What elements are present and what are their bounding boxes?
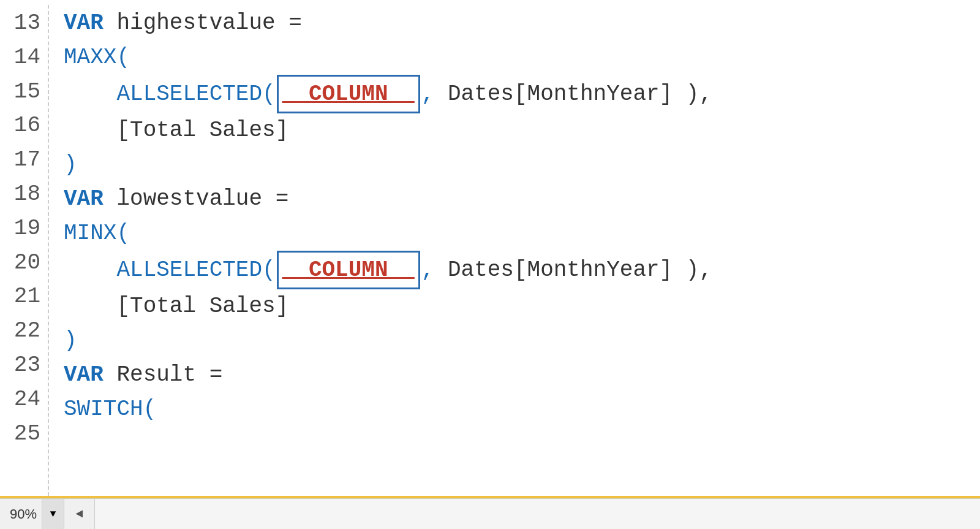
code-line-19: VAR lowestvalue = [64,182,980,216]
var-keyword-19: VAR [64,182,116,216]
code-line-24: VAR Result = [64,358,980,392]
line-num-13: 13 [0,6,40,40]
total-sales-22: [Total Sales] [116,289,288,324]
code-content: VAR highestvalue = MAXX( ALLSELECTED( __… [49,5,980,496]
code-line-14: VAR highestvalue = [64,6,980,40]
scroll-left-button[interactable]: ◄ [64,499,95,529]
code-line-23: ) [64,324,980,358]
minx-fn: MINX( [64,216,130,251]
line-num-14: 14 [0,40,40,75]
left-arrow-icon: ◄ [76,507,83,521]
dates-16: Dates[MonthnYear] ), [434,77,712,112]
var-name-24: Result = [116,358,222,392]
indent-21 [64,253,116,287]
indent-22 [64,289,116,324]
code-line-16: ALLSELECTED( __COLUMN__ , Dates[MonthnYe… [64,75,980,114]
zoom-label: 90% [0,506,42,522]
chevron-down-icon: ▼ [50,509,56,520]
line-num-18: 18 [0,177,40,211]
code-line-22: [Total Sales] [64,289,980,324]
zoom-dropdown-button[interactable]: ▼ [42,499,64,529]
maxx-fn: MAXX( [64,40,130,75]
statusbar: 90% ▼ ◄ [0,498,980,529]
column-highlight-2: __COLUMN__ [277,251,420,290]
line-num-24: 24 [0,382,40,417]
line-num-19: 19 [0,211,40,246]
var-name-19: lowestvalue = [116,182,288,216]
allselected-fn-21: ALLSELECTED( [116,253,275,287]
code-line-20: MINX( [64,216,980,251]
comma-16: , [421,77,435,112]
zoom-control: 90% ▼ [0,499,64,529]
line-num-20: 20 [0,246,40,280]
column-text-2: __COLUMN__ [282,253,415,287]
comma-21: , [421,253,435,287]
line-numbers: 13 14 15 16 17 18 19 20 21 22 23 24 25 [0,5,49,496]
dates-21: Dates[MonthnYear] ), [434,253,712,287]
close-paren-18: ) [64,148,77,182]
code-editor: 13 14 15 16 17 18 19 20 21 22 23 24 25 V… [0,0,980,529]
indent-16 [64,77,116,112]
line-num-25: 25 [0,417,40,451]
code-line-21: ALLSELECTED( __COLUMN__ , Dates[MonthnYe… [64,251,980,290]
code-area: 13 14 15 16 17 18 19 20 21 22 23 24 25 V… [0,0,980,496]
line-num-21: 21 [0,280,40,314]
var-name-14: highestvalue = [116,6,301,40]
line-num-15: 15 [0,75,40,109]
var-keyword-24: VAR [64,358,116,392]
column-text-1: __COLUMN__ [282,77,415,112]
line-num-17: 17 [0,143,40,177]
switch-fn: SWITCH( [64,392,156,427]
code-line-18: ) [64,148,980,182]
line-num-23: 23 [0,348,40,382]
column-highlight-1: __COLUMN__ [277,75,420,114]
code-line-25: SWITCH( [64,392,980,427]
horizontal-scrollbar[interactable] [95,499,980,529]
line-num-16: 16 [0,108,40,143]
code-line-15: MAXX( [64,40,980,75]
line-num-22: 22 [0,314,40,348]
close-paren-23: ) [64,324,77,358]
code-line-17: [Total Sales] [64,113,980,148]
indent-17 [64,113,116,148]
allselected-fn-16: ALLSELECTED( [116,77,275,112]
total-sales-17: [Total Sales] [116,113,288,148]
var-keyword-14: VAR [64,6,116,40]
